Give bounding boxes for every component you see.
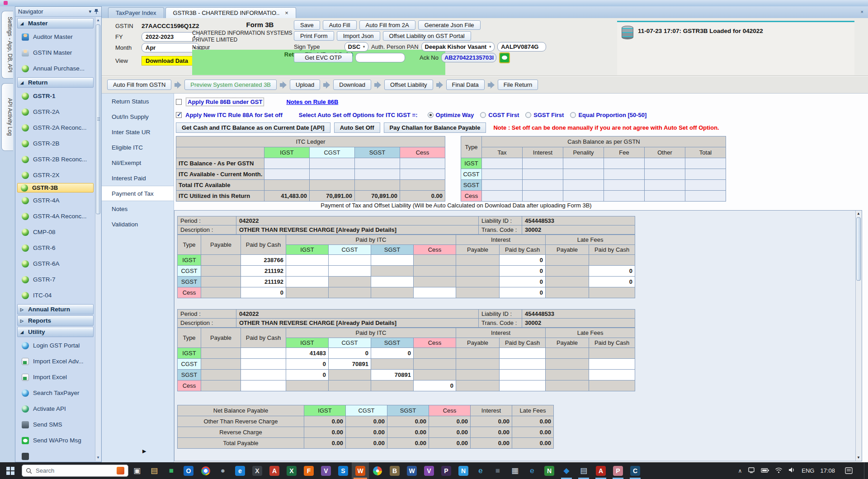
bank-app-icon[interactable]: B [386, 462, 403, 479]
cell[interactable] [645, 158, 685, 169]
sidebar-item-gstr-7[interactable]: GSTR-7 [16, 272, 94, 287]
visio-2-icon[interactable]: V [420, 462, 438, 479]
cast-icon[interactable] [748, 467, 755, 475]
cell[interactable]: 211192 [241, 266, 286, 277]
otp-input[interactable] [355, 53, 405, 62]
cell[interactable] [286, 266, 329, 277]
tab-taxpayer-index[interactable]: TaxPayer Index [108, 7, 164, 18]
sidebar-item-cmp-08[interactable]: CMP-08 [16, 224, 94, 240]
tab-payment-of-tax[interactable]: Payment of Tax [102, 186, 174, 201]
pay-challan-button[interactable]: Pay Challan for Balance Payable [384, 122, 486, 133]
tab-eligible-itc[interactable]: Eligible ITC [102, 140, 174, 155]
cell[interactable] [241, 359, 286, 370]
wifi-icon[interactable] [775, 467, 783, 475]
cell[interactable]: 238766 [241, 255, 286, 266]
nav-group-master[interactable]: ◢Master [17, 18, 94, 28]
sidebar-item-gstin-master[interactable]: GSTIN Master [16, 45, 94, 61]
cell[interactable] [685, 191, 726, 202]
sidebar-item-activate-api[interactable]: Activate API [16, 401, 94, 417]
search-pinned-icon[interactable] [117, 467, 124, 474]
cell[interactable]: 70891 [329, 359, 371, 370]
auth-person-select[interactable]: Deepak Kishor Vasant▾ [421, 42, 495, 52]
clock[interactable]: 17:08 [820, 467, 835, 474]
tab-nil-exempt[interactable]: Nil/Exempt [102, 155, 174, 170]
scroll-down-icon[interactable]: ▼ [95, 455, 101, 461]
sidebar-item-gstr-2a[interactable]: GSTR-2A [16, 104, 94, 120]
cell[interactable] [400, 158, 445, 169]
color-wheel-icon[interactable] [369, 462, 386, 479]
cell[interactable]: 211192 [241, 277, 286, 287]
rule-88a-checkbox[interactable] [176, 112, 182, 118]
cell[interactable] [264, 169, 310, 180]
internet-explorer-icon[interactable]: e [472, 462, 489, 479]
calculator-icon[interactable]: ▦ [506, 462, 524, 479]
cell[interactable]: 0 [241, 287, 286, 298]
task-view-icon[interactable]: ▣ [128, 462, 146, 479]
app-purple-icon[interactable]: P [438, 462, 455, 479]
wapro-active-icon[interactable]: W [352, 462, 369, 479]
cell[interactable] [563, 158, 604, 169]
cell[interactable] [329, 255, 371, 266]
get-evc-otp-button[interactable]: Get EVC OTP [294, 53, 353, 62]
edge-tab-api-activity-log[interactable]: API Activity Log [1, 83, 13, 151]
cell[interactable]: 0 [329, 348, 371, 359]
cell[interactable] [523, 158, 563, 169]
workflow-step-offset-liability[interactable]: Offset Liability [384, 80, 433, 90]
notification-center-icon[interactable] [841, 462, 856, 479]
sidebar-item-gstr-1[interactable]: GSTR-1 [16, 88, 94, 104]
cell[interactable]: 0 [371, 348, 414, 359]
cell[interactable] [604, 191, 645, 202]
vscode-icon[interactable]: ◆ [558, 462, 575, 479]
tab-inter-state-ur[interactable]: Inter State UR [102, 124, 174, 140]
scroll-up-icon[interactable]: ▲ [856, 211, 861, 217]
cell[interactable] [589, 370, 635, 380]
ie-globe-icon[interactable]: e [524, 462, 541, 479]
generate-json-file-button[interactable]: Generate Json File [418, 20, 481, 30]
cell[interactable] [645, 180, 685, 191]
cell[interactable] [310, 158, 355, 169]
cell[interactable] [645, 191, 685, 202]
workflow-step-upload[interactable]: Upload [290, 80, 320, 90]
cell[interactable] [685, 180, 726, 191]
cell[interactable] [241, 370, 286, 380]
cell[interactable]: 0 [589, 266, 635, 277]
cell[interactable] [482, 158, 523, 169]
cell[interactable] [563, 169, 604, 180]
notes-on-rule-86b-link[interactable]: Notes on Rule 86B [286, 99, 338, 105]
save-button[interactable]: Save [294, 20, 320, 30]
cell[interactable] [264, 158, 310, 169]
cell[interactable] [355, 158, 400, 169]
navigator-scrollbar[interactable]: ▲ ▼ [95, 17, 101, 461]
cell[interactable] [241, 380, 286, 391]
cell[interactable] [563, 191, 604, 202]
sidebar-item-send-wapro-msg[interactable]: Send WAPro Msg [16, 432, 94, 448]
firefox-icon[interactable]: F [300, 462, 317, 479]
nav-group-annual-return[interactable]: ▷Annual Return [17, 304, 94, 315]
payment-scrollbar-thumb[interactable] [856, 217, 861, 281]
cell[interactable] [685, 169, 726, 180]
radio-equal-proportion-50-50[interactable] [570, 112, 576, 118]
cell[interactable]: 0 [414, 380, 456, 391]
cell[interactable]: 0 [589, 277, 635, 287]
sidebar-item-gstr-4a[interactable]: GSTR-4A [16, 193, 94, 208]
sidebar-item-import-excel-adv[interactable]: Import Excel Adv... [16, 353, 94, 369]
language-indicator[interactable]: ENG [802, 467, 814, 474]
sidebar-item-auditor-master[interactable]: Auditor Master [16, 29, 94, 45]
scroll-up-icon[interactable]: ▲ [95, 17, 101, 23]
edge-tab-settings-app-db-api[interactable]: Settings - App, DB, API [1, 11, 13, 79]
volume-icon[interactable] [788, 467, 796, 475]
ack-no-value[interactable]: AB270422135703I [441, 53, 496, 62]
month-select[interactable]: Apr▾ [142, 43, 199, 52]
sidebar-item-send-sms[interactable]: Send SMS [16, 417, 94, 432]
print-form-button[interactable]: Print Form [294, 31, 334, 41]
cell[interactable] [685, 158, 726, 169]
cell[interactable] [604, 180, 645, 191]
cell[interactable] [482, 191, 523, 202]
show-desktop-button[interactable] [864, 462, 866, 479]
app-red-a-icon[interactable]: A [266, 462, 283, 479]
sidebar-item-gstr-4a-reconc[interactable]: GSTR-4A Reconc... [16, 208, 94, 224]
cell[interactable] [400, 169, 445, 180]
battery-icon[interactable] [761, 467, 769, 475]
expand-arrow-icon[interactable]: ▶ [142, 448, 146, 454]
sidebar-item-annual-purchase[interactable]: Annual Purchase... [16, 61, 94, 76]
